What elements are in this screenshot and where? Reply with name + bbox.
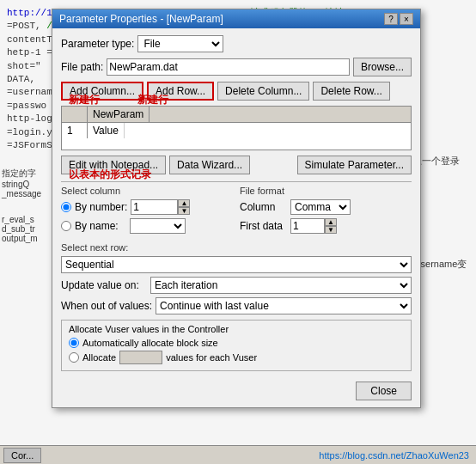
when-out-row: When out of values: Continue with last v…	[61, 297, 412, 314]
first-data-input[interactable]	[290, 218, 325, 234]
file-format-section: File format Column Comma First data ▲ ▼	[240, 186, 412, 237]
help-button[interactable]: ?	[384, 13, 398, 25]
dialog-body: Parameter type: File File path: Browse..…	[52, 28, 420, 407]
param-type-select[interactable]: File	[137, 35, 223, 52]
sequential-row: Sequential	[61, 256, 412, 273]
select-next-row-title: Select next row:	[61, 242, 412, 253]
simulate-param-button[interactable]: Simulate Parameter...	[297, 156, 412, 174]
by-name-radio[interactable]	[61, 221, 71, 231]
select-next-row-section: Select next row: Sequential Update value…	[61, 242, 412, 314]
spinner-up[interactable]: ▲	[178, 199, 190, 207]
first-data-label: First data	[240, 220, 287, 232]
file-format-title: File format	[240, 186, 412, 196]
allocate-section: Allocate Vuser values in the Controller …	[61, 320, 412, 371]
when-out-label: When out of values:	[61, 300, 152, 312]
first-data-down[interactable]: ▼	[325, 226, 337, 234]
dialog-title: Parameter Properties - [NewParam]	[59, 13, 223, 25]
action-row-1: Add Column... Add Row... Delete Column..…	[61, 82, 412, 101]
select-column-section: Select column By number: ▲ ▼ By	[61, 186, 233, 237]
browse-button[interactable]: Browse...	[353, 58, 412, 76]
alloc-row: Allocate values for each Vuser	[69, 351, 404, 364]
table-cell-row-num: 1	[62, 123, 88, 138]
delete-column-button[interactable]: Delete Column...	[217, 82, 309, 101]
bottom-row: Close	[61, 378, 412, 400]
by-name-select[interactable]	[130, 218, 186, 234]
close-button[interactable]: Close	[356, 382, 412, 400]
by-number-row: By number: ▲ ▼	[61, 199, 233, 215]
taskbar-item-label: Cor...	[11, 450, 34, 461]
column-select[interactable]: Comma	[290, 199, 351, 215]
bg-left-text2: r_eval_s d_sub_tr output_m	[2, 215, 38, 243]
title-bar-controls: ? ×	[384, 13, 413, 25]
data-table: NewParam 1 Value	[61, 106, 412, 150]
spinner-down[interactable]: ▼	[178, 207, 190, 215]
bg-left-text: 指定的字 stringQ _message	[2, 168, 41, 198]
alloc-suffix: values for each Vuser	[166, 352, 257, 363]
auto-alloc-radio[interactable]	[69, 338, 79, 348]
alloc-radio[interactable]	[69, 352, 79, 363]
by-name-row: By name:	[61, 218, 233, 234]
alloc-input[interactable]	[119, 351, 162, 364]
column-format-row: Column Comma	[240, 199, 412, 215]
select-column-title: Select column	[61, 186, 233, 196]
close-title-button[interactable]: ×	[400, 13, 413, 25]
auto-alloc-label: Automatically allocate block size	[82, 338, 218, 348]
allocate-title: Allocate Vuser values in the Controller	[69, 324, 404, 334]
spinner-arrows: ▲ ▼	[178, 199, 190, 215]
auto-alloc-row: Automatically allocate block size	[69, 338, 404, 348]
param-type-label: Parameter type:	[61, 38, 134, 50]
by-number-spinner: ▲ ▼	[131, 199, 190, 215]
table-col-newparam: NewParam	[88, 107, 150, 122]
annotation-new-line: 新建行	[69, 93, 100, 107]
file-path-label: File path:	[61, 61, 103, 73]
alloc-label: Allocate	[82, 352, 116, 363]
first-data-spinner: ▲ ▼	[290, 218, 337, 234]
parameter-properties-dialog: Parameter Properties - [NewParam] ? × Pa…	[52, 9, 421, 408]
when-out-select[interactable]: Continue with last value	[156, 297, 412, 314]
by-number-input[interactable]	[131, 199, 178, 215]
param-type-row: Parameter type: File	[61, 35, 412, 52]
two-col-section: Select column By number: ▲ ▼ By	[61, 186, 412, 237]
data-wizard-button[interactable]: Data Wizard...	[169, 156, 250, 174]
first-data-arrows: ▲ ▼	[325, 218, 337, 234]
dialog-title-bar: Parameter Properties - [NewParam] ? ×	[52, 9, 420, 28]
annotation-new-col: 新建行	[137, 93, 168, 107]
taskbar-item-core[interactable]: Cor...	[3, 448, 41, 463]
file-path-input[interactable]	[107, 58, 350, 76]
right-side-text: 上一个登录	[412, 155, 473, 168]
first-data-row: First data ▲ ▼	[240, 218, 412, 234]
watermark: https://blog.csdn.net/ZhaoXuWen23	[319, 450, 469, 461]
by-name-label: By name:	[75, 220, 126, 232]
update-value-row: Update value on: Each iteration	[61, 277, 412, 294]
delete-row-button[interactable]: Delete Row...	[313, 82, 389, 101]
by-number-label: By number:	[75, 201, 127, 213]
sequential-select[interactable]: Sequential	[61, 256, 412, 273]
table-cell-value: Value	[88, 123, 125, 138]
update-value-select[interactable]: Each iteration	[150, 277, 412, 294]
first-data-up[interactable]: ▲	[325, 218, 337, 226]
file-path-row: File path: Browse...	[61, 58, 412, 76]
column-label: Column	[240, 201, 287, 213]
table-row[interactable]: 1 Value	[62, 123, 411, 138]
annotation-form-text: 以表本的形式记录	[69, 168, 151, 182]
update-value-label: Update value on:	[61, 279, 147, 291]
table-header: NewParam	[62, 107, 411, 123]
table-col-index	[62, 107, 88, 122]
by-number-radio[interactable]	[61, 202, 71, 212]
